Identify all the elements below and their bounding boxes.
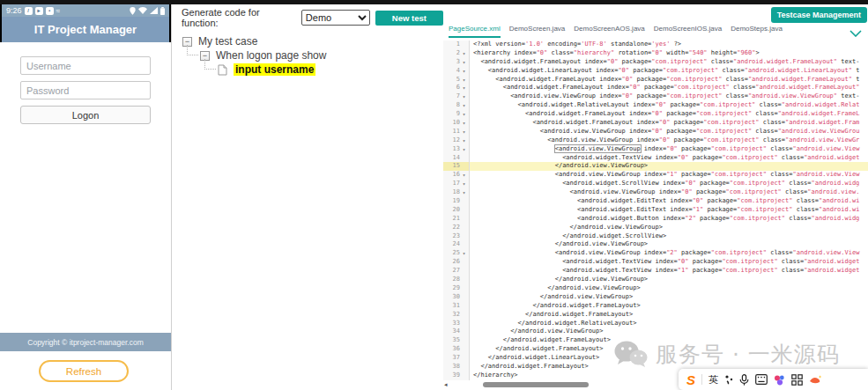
gutter-cell[interactable]: 36 bbox=[443, 345, 470, 354]
gutter-cell[interactable]: 34 bbox=[443, 327, 470, 336]
tab-demoscreenios-java[interactable]: DemoScreenIOS.java bbox=[654, 25, 722, 38]
gutter-cell[interactable]: 7▾ bbox=[443, 92, 470, 101]
fold-arrow-icon[interactable]: ▾ bbox=[460, 110, 468, 119]
gutter-cell[interactable]: 18▾ bbox=[443, 188, 470, 197]
code-line[interactable]: 13▾ <android.view.ViewGroup index="0" pa… bbox=[443, 145, 868, 154]
gutter-cell[interactable]: 9▾ bbox=[443, 110, 470, 119]
tree-node-my-test-case[interactable]: −My test case bbox=[182, 34, 443, 48]
code-line[interactable]: 11▾ <android.view.ViewGroup index="0" pa… bbox=[443, 128, 868, 136]
code-line[interactable]: 2▾<hierarchy index="0" class="hierarchy"… bbox=[443, 49, 868, 58]
code-line[interactable]: 10▾ <android.widget.FrameLayout index="0… bbox=[443, 119, 868, 128]
fold-arrow-icon[interactable]: ▾ bbox=[460, 101, 468, 110]
gutter-cell[interactable]: 13▾ bbox=[443, 145, 470, 154]
tree-node-input-username[interactable]: input username bbox=[218, 63, 443, 77]
fold-arrow-icon[interactable]: ▾ bbox=[460, 84, 468, 92]
fold-arrow-icon[interactable]: ▾ bbox=[460, 180, 468, 188]
code-line[interactable]: 23 </android.widget.ScrollView> bbox=[443, 232, 868, 241]
code-line[interactable]: 1<?xml version='1.0' encoding='UTF-8' st… bbox=[443, 40, 868, 49]
gutter-cell[interactable]: 26 bbox=[443, 258, 470, 267]
fold-arrow-icon[interactable]: ▾ bbox=[460, 58, 468, 67]
keyboard-icon[interactable] bbox=[755, 374, 768, 385]
file-icon[interactable] bbox=[218, 64, 227, 76]
code-line[interactable]: 35 </android.widget.FrameLayout> bbox=[443, 336, 868, 345]
code-line[interactable]: 34 </android.view.ViewGroup> bbox=[443, 327, 868, 336]
gutter-cell[interactable]: 20 bbox=[443, 206, 470, 215]
fold-arrow-icon[interactable]: ▾ bbox=[460, 119, 468, 128]
tree-node-when-logon-page-show[interactable]: −When logon page show bbox=[200, 48, 443, 63]
fold-arrow-icon[interactable]: ▾ bbox=[460, 92, 468, 101]
refresh-button[interactable]: Refresh bbox=[39, 360, 129, 382]
voice-dots-icon[interactable] bbox=[724, 374, 733, 385]
fold-arrow-icon[interactable]: ▾ bbox=[460, 188, 468, 197]
code-line[interactable]: 33 </android.widget.RelativeLayout> bbox=[443, 320, 868, 328]
gutter-cell[interactable]: 35 bbox=[443, 336, 470, 345]
fold-arrow-icon[interactable]: ▾ bbox=[460, 171, 468, 180]
code-line[interactable]: 4▾ <android.widget.LinearLayout index="0… bbox=[443, 67, 868, 76]
code-line[interactable]: 15 </android.view.ViewGroup> bbox=[443, 162, 868, 171]
password-field[interactable] bbox=[20, 81, 151, 99]
tab-demoscreenaos-java[interactable]: DemoScreenAOS.java bbox=[574, 25, 644, 38]
gutter-cell[interactable]: 4▾ bbox=[443, 67, 470, 76]
microphone-icon[interactable] bbox=[739, 374, 749, 386]
tab-pagesource-xml[interactable]: PageSource.xml bbox=[449, 25, 501, 38]
code-line[interactable]: 32 </android.widget.FrameLayout> bbox=[443, 311, 868, 320]
code-line[interactable]: 12▾ <android.view.ViewGroup index="0" pa… bbox=[443, 136, 868, 145]
code-line[interactable]: 5▾ <android.widget.FrameLayout index="0"… bbox=[443, 76, 868, 85]
code-line[interactable]: 36 </android.widget.FrameLayout> bbox=[443, 345, 868, 354]
code-line[interactable]: 24 </android.view.ViewGroup> bbox=[443, 240, 868, 249]
fold-arrow-icon[interactable]: ▾ bbox=[460, 136, 468, 145]
chevron-down-icon[interactable] bbox=[849, 25, 862, 40]
gutter-cell[interactable]: 29 bbox=[443, 284, 470, 293]
scrollbar-thumb[interactable] bbox=[483, 382, 589, 387]
code-line[interactable]: 29 </android.view.ViewGroup> bbox=[443, 284, 868, 293]
tab-demoscreen-java[interactable]: DemoScreen.java bbox=[509, 25, 566, 38]
gutter-cell[interactable]: 31 bbox=[443, 302, 470, 311]
sogou-assistant-icon[interactable] bbox=[774, 374, 785, 386]
gutter-cell[interactable]: 6▾ bbox=[443, 84, 470, 92]
gutter-cell[interactable]: 30 bbox=[443, 293, 470, 302]
gutter-cell[interactable]: 21 bbox=[443, 215, 470, 224]
gutter-cell[interactable]: 19 bbox=[443, 197, 470, 206]
gutter-cell[interactable]: 37 bbox=[443, 354, 470, 363]
gutter-cell[interactable]: 5▾ bbox=[443, 76, 470, 85]
fold-arrow-icon[interactable]: ▾ bbox=[460, 76, 468, 85]
code-line[interactable]: 6▾ <android.widget.FrameLayout index="0"… bbox=[443, 84, 868, 92]
skin-icon[interactable] bbox=[809, 374, 822, 385]
gutter-cell[interactable]: 17▾ bbox=[443, 180, 470, 188]
fold-arrow-icon[interactable]: ▾ bbox=[460, 49, 468, 58]
logon-button[interactable]: Logon bbox=[20, 106, 151, 124]
code-line[interactable]: 20 <android.widget.EditText index="1" pa… bbox=[443, 206, 868, 215]
gutter-cell[interactable]: 15 bbox=[443, 162, 470, 171]
code-line[interactable]: 37 </android.widget.LinearLayout> bbox=[443, 354, 868, 363]
scroll-left-arrow-icon[interactable]: ◂ bbox=[444, 380, 451, 389]
testcase-management-button[interactable]: Testcase Management bbox=[771, 7, 867, 23]
gutter-cell[interactable]: 24 bbox=[443, 240, 470, 249]
gutter-cell[interactable]: 25▾ bbox=[443, 249, 470, 258]
gutter-cell[interactable]: 33 bbox=[443, 320, 470, 328]
gutter-cell[interactable]: 27 bbox=[443, 267, 470, 276]
code-line[interactable]: 22 </android.view.ViewGroup> bbox=[443, 224, 868, 232]
code-line[interactable]: 17▾ <android.widget.ScrollView index="0"… bbox=[443, 180, 868, 188]
fold-arrow-icon[interactable]: ▾ bbox=[460, 249, 468, 258]
code-line[interactable]: 19 <android.widget.EditText index="0" pa… bbox=[443, 197, 868, 206]
gutter-cell[interactable]: 22 bbox=[443, 224, 470, 232]
code-line[interactable]: 30 </android.view.ViewGroup> bbox=[443, 293, 868, 302]
code-line[interactable]: 7▾ <android.view.ViewGroup index="0" pac… bbox=[443, 92, 868, 101]
code-line[interactable]: 18▾ <android.view.ViewGroup index="0" pa… bbox=[443, 188, 868, 197]
code-line[interactable]: 3▾ <android.widget.FrameLayout index="0"… bbox=[443, 58, 868, 67]
username-field[interactable] bbox=[20, 56, 151, 75]
code-line[interactable]: 27 <android.widget.TextView index="1" pa… bbox=[443, 267, 868, 276]
code-line[interactable]: 25▾ <android.view.ViewGroup index="2" pa… bbox=[443, 249, 868, 258]
gutter-cell[interactable]: 1 bbox=[443, 40, 470, 49]
code-line[interactable]: 8▾ <android.widget.RelativeLayout index=… bbox=[443, 101, 868, 110]
tab-demosteps-java[interactable]: DemoSteps.java bbox=[731, 25, 783, 38]
function-select[interactable]: Demo bbox=[301, 10, 370, 26]
code-line[interactable]: 9▾ <android.widget.FrameLayout index="0"… bbox=[443, 110, 868, 119]
fold-arrow-icon[interactable]: ▾ bbox=[460, 145, 468, 154]
ime-language-toggle[interactable]: 英 bbox=[708, 373, 718, 386]
toolbox-grid-icon[interactable] bbox=[791, 374, 803, 386]
code-editor[interactable]: 1<?xml version='1.0' encoding='UTF-8' st… bbox=[443, 40, 868, 384]
sogou-logo-icon[interactable]: S bbox=[686, 373, 695, 386]
gutter-cell[interactable]: 23 bbox=[443, 232, 470, 241]
code-line[interactable]: 16▾ <android.view.ViewGroup index="1" pa… bbox=[443, 171, 868, 180]
